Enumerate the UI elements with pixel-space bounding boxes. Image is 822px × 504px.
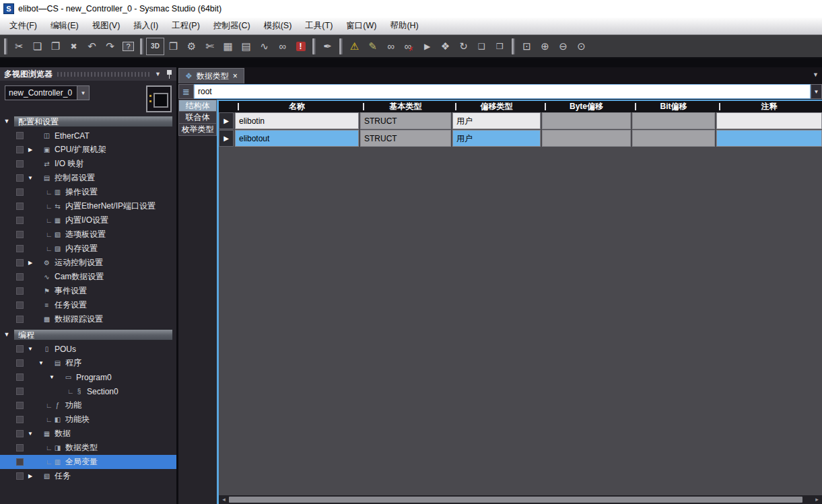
menu-window[interactable]: 窗口(W) [339, 17, 383, 34]
expander-icon[interactable]: ▼ [0, 118, 13, 124]
multiview-explorer-header[interactable]: 多视图浏览器 ▼ [0, 67, 176, 81]
root-input[interactable] [194, 84, 811, 99]
zoom-in-icon[interactable]: ⊕ [536, 38, 554, 55]
sidebar-item-event-settings[interactable]: ⚑事件设置 [0, 284, 176, 298]
tool-icon[interactable]: ⚙ [182, 38, 201, 55]
table-row[interactable]: ▶ elibotin STRUCT 用户 [219, 112, 822, 129]
sidebar-item-functions[interactable]: ∟ƒ功能 [0, 398, 176, 412]
expander-icon[interactable]: ▶ [26, 147, 35, 153]
cell-comment[interactable] [716, 130, 822, 147]
zoom-out-icon[interactable]: ⊖ [554, 38, 572, 55]
menu-simulation[interactable]: 模拟(S) [257, 17, 299, 34]
sidebar-item-builtin-io[interactable]: ∟▦内置I/O设置 [0, 213, 176, 227]
edit-check-icon[interactable]: ✒ [318, 38, 337, 55]
sidebar-item-ethercat[interactable]: ◫EtherCAT [0, 129, 176, 143]
io-table-icon[interactable]: ▤ [237, 38, 255, 55]
cell-offset-type[interactable]: 用户 [452, 130, 541, 147]
menu-help[interactable]: 帮助(H) [383, 17, 425, 34]
sidebar-item-data-trace[interactable]: ▩数据跟踪设置 [0, 312, 176, 326]
sidebar-item-data-types[interactable]: ∟◨数据类型 [0, 441, 176, 455]
refresh-icon[interactable]: ↻ [454, 38, 473, 55]
copy-icon[interactable]: ❏ [28, 38, 46, 55]
redo-icon[interactable]: ↷ [101, 38, 119, 55]
paste-icon[interactable]: ❐ [46, 38, 65, 55]
menu-view[interactable]: 视图(V) [85, 17, 127, 34]
cell-offset-type[interactable]: 用户 [452, 112, 541, 129]
help-icon[interactable]: ? [119, 38, 137, 55]
expander-icon[interactable]: ▼ [0, 331, 13, 338]
view-3d-icon[interactable]: 3D [146, 38, 164, 55]
sidebar-item-cpu-rack[interactable]: ▶▣CPU/扩展机架 [0, 143, 176, 157]
tab-list-chevron-icon[interactable]: ▼ [813, 71, 819, 78]
expander-icon[interactable]: ▶ [26, 260, 35, 266]
menu-edit[interactable]: 编辑(E) [44, 17, 85, 34]
expander-icon[interactable]: ▼ [26, 431, 35, 437]
row-expander[interactable]: ▶ [219, 130, 234, 147]
sidebar-item-data[interactable]: ▼▦数据 [0, 427, 176, 441]
chevron-down-icon[interactable]: ▼ [77, 86, 89, 100]
sidebar-item-motion-control[interactable]: ▶⚙运动控制设置 [0, 256, 176, 270]
table-row-selected[interactable]: ▶ elibotout STRUCT 用户 [219, 130, 822, 147]
program-check-all-icon[interactable]: ∞✗ [400, 38, 418, 55]
tab-enums[interactable]: 枚举类型 [178, 124, 217, 136]
search-icon[interactable]: ∞ [273, 38, 292, 55]
chevron-down-icon[interactable]: ▼ [155, 71, 161, 77]
sidebar-item-cam-data[interactable]: ∿Cam数据设置 [0, 270, 176, 284]
project-window-icon[interactable]: ❒ [164, 38, 182, 55]
menu-insert[interactable]: 插入(I) [127, 17, 165, 34]
sidebar-item-task-settings[interactable]: ≡任务设置 [0, 298, 176, 312]
sidebar-item-programs[interactable]: ▼▤程序 [0, 356, 176, 370]
expander-icon[interactable]: ▼ [36, 360, 46, 366]
expander-icon[interactable]: ▼ [26, 175, 35, 181]
horizontal-scrollbar[interactable]: ◂ ▸ [219, 495, 822, 504]
sidebar-item-option-board[interactable]: ∟▧选项板设置 [0, 227, 176, 242]
menu-project[interactable]: 工程(P) [165, 17, 207, 34]
sidebar-item-global-variables[interactable]: ∟▥全局变量 [0, 455, 176, 469]
monitor-icon[interactable]: ❑ [473, 38, 491, 55]
cell-name[interactable]: elibotin [235, 112, 359, 129]
abort-icon[interactable]: ! [292, 38, 310, 55]
controller-icon[interactable] [146, 85, 172, 112]
zoom-100-icon[interactable]: ⊙ [572, 38, 590, 55]
section-config-setup[interactable]: ▼ 配置和设置 [0, 115, 176, 127]
program-check-icon[interactable]: ∞ [382, 38, 400, 55]
expander-icon[interactable]: ▼ [26, 346, 35, 352]
sidebar-item-operation-settings[interactable]: ∟▥操作设置 [0, 185, 176, 199]
header-name[interactable]: 名称 [235, 101, 359, 112]
header-offset-type[interactable]: 偏移类型 [452, 101, 541, 112]
close-icon[interactable]: × [233, 71, 238, 81]
cut-icon[interactable]: ✂ [10, 38, 28, 55]
sidebar-item-ethernet-ip-port[interactable]: ∟⇆内置EtherNet/IP端口设置 [0, 199, 176, 213]
delete-icon[interactable]: ✖ [65, 38, 83, 55]
expander-icon[interactable]: ▼ [47, 374, 57, 380]
sidebar-item-section0[interactable]: ∟§Section0 [0, 384, 176, 398]
tree-list-icon[interactable]: ≣ [178, 84, 194, 99]
menu-file[interactable]: 文件(F) [3, 17, 44, 34]
simulation-run-icon[interactable]: ▶ [418, 38, 436, 55]
section-programming[interactable]: ▼ 编程 [0, 328, 176, 340]
monitor-secondary-icon[interactable]: ❒ [491, 38, 509, 55]
rebuild-icon[interactable]: ✎ [364, 38, 382, 55]
row-expander[interactable]: ▶ [219, 112, 234, 129]
watch-table-icon[interactable]: ▦ [219, 38, 237, 55]
pin-icon[interactable] [166, 70, 172, 79]
undo-icon[interactable]: ↶ [83, 38, 101, 55]
tab-unions[interactable]: 联合体 [178, 112, 217, 124]
cell-comment[interactable] [716, 112, 822, 129]
header-base-type[interactable]: 基本类型 [360, 101, 451, 112]
controller-dropdown[interactable]: new_Controller_0 ▼ [5, 85, 90, 100]
tab-data-types[interactable]: ❖ 数据类型 × [178, 68, 244, 83]
cell-name[interactable]: elibotout [235, 130, 359, 147]
fit-view-icon[interactable]: ⊡ [518, 38, 536, 55]
sidebar-item-memory-settings[interactable]: ∟▨内存设置 [0, 242, 176, 256]
cut-variables-icon[interactable]: ✄ [201, 38, 219, 55]
data-trace-icon[interactable]: ∿ [255, 38, 273, 55]
expander-icon[interactable]: ▶ [26, 473, 35, 479]
sidebar-item-tasks[interactable]: ▶▧任务 [0, 469, 176, 483]
sidebar-item-function-blocks[interactable]: ∟◧功能块 [0, 412, 176, 427]
build-icon[interactable]: ⚠ [345, 38, 364, 55]
scroll-left-icon[interactable]: ◂ [219, 495, 229, 504]
sync-icon[interactable]: ❖ [436, 38, 454, 55]
sidebar-item-program0[interactable]: ▼▭Program0 [0, 370, 176, 384]
tab-structures[interactable]: 结构体 [178, 100, 217, 112]
